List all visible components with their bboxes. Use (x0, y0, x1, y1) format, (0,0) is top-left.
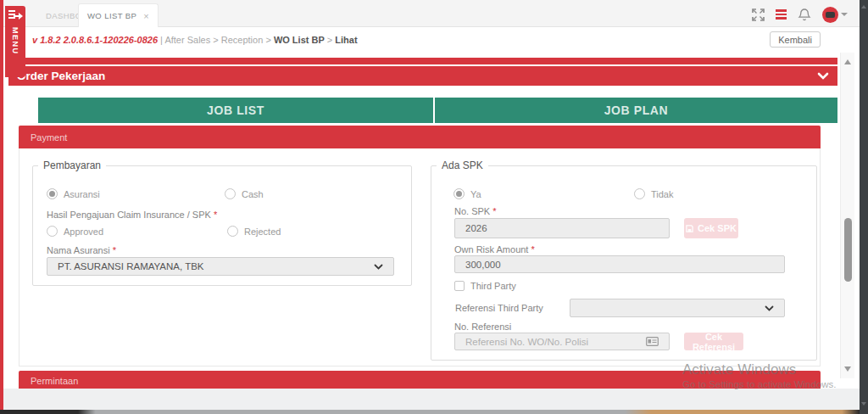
referensi-third-party-label-text: Referensi Third Party (455, 303, 543, 313)
radio-cash-icon[interactable] (225, 188, 236, 199)
radio-cash-label: Cash (242, 189, 264, 199)
no-referensi-input[interactable]: Referensi No. WO/No. Polisi (454, 333, 670, 350)
own-risk-label-text: Own Risk Amount (454, 244, 528, 255)
radio-asuransi-icon[interactable] (47, 188, 58, 199)
panel-accent-bar (8, 58, 837, 64)
page-footer-area (3, 389, 860, 410)
scroll-up-arrow-icon[interactable] (844, 59, 851, 64)
radio-cash[interactable]: Cash (225, 188, 264, 199)
breadcrumb-after-sales[interactable]: After Sales (164, 35, 210, 45)
claim-insurance-label: Hasil Pengajuan Claim Insurance / SPK * (47, 210, 217, 220)
tab-close-icon[interactable]: × (143, 11, 149, 21)
radio-tidak[interactable]: Tidak (634, 188, 674, 199)
back-button-label: Kembali (778, 35, 812, 45)
radio-ya-label: Ya (470, 189, 481, 199)
permintaan-section-header[interactable]: Permintaan (19, 371, 821, 389)
app-version: v 1.8.2 2.0.8.6.1-120226-0826 (32, 35, 158, 45)
radio-ya-icon[interactable] (453, 188, 465, 199)
left-accent-strip (0, 0, 3, 414)
chevron-down-icon (841, 13, 848, 16)
id-card-icon (646, 337, 659, 346)
radio-tidak-label: Tidak (651, 189, 674, 199)
topbar-actions (752, 7, 848, 22)
notifications-bell-icon[interactable] (798, 8, 811, 22)
save-icon (686, 225, 693, 232)
tab-job-list-label: JOB LIST (207, 104, 264, 117)
no-referensi-label: No. Referensi (454, 322, 511, 332)
breadcrumb-reception[interactable]: Reception (221, 35, 264, 45)
required-marker: * (113, 245, 116, 255)
scroll-down-arrow-icon[interactable] (844, 366, 851, 372)
window-bottom-edge (0, 410, 868, 414)
tab-job-list[interactable]: JOB LIST (38, 98, 433, 123)
radio-approved[interactable]: Approved (47, 226, 103, 237)
no-spk-label-text: No. SPK (454, 206, 490, 216)
tab-wo-list-bp[interactable]: WO LIST BP × (78, 3, 159, 27)
app-window: DASHBOARD WO LIST BP × (0, 0, 868, 414)
required-marker: * (531, 244, 534, 255)
own-risk-label: Own Risk Amount * (454, 244, 535, 255)
collapse-chevron-down-icon[interactable] (817, 72, 829, 80)
breadcrumb-lihat: Lihat (335, 35, 357, 45)
breadcrumb-sep-icon: > (327, 35, 332, 45)
radio-asuransi[interactable]: Asuransi (47, 188, 100, 199)
order-pekerjaan-header[interactable]: Order Pekerjaan (8, 66, 837, 86)
outer-scroll-up-icon (861, 5, 866, 8)
breadcrumb-wo-list-bp[interactable]: WO List BP (274, 35, 325, 45)
tab-wo-list-bp-label: WO LIST BP (87, 11, 136, 20)
required-marker: * (214, 210, 217, 220)
radio-rejected-icon[interactable] (227, 226, 238, 237)
third-party-checkbox[interactable]: Third Party (454, 281, 516, 291)
no-referensi-label-text: No. Referensi (454, 322, 511, 332)
cek-referensi-button-label: Cek Referensi (684, 332, 743, 352)
referensi-third-party-select[interactable] (570, 299, 785, 317)
breadcrumb-sep-icon: > (213, 35, 218, 45)
content-scrollbar[interactable] (840, 53, 854, 378)
payment-section-title: Payment (31, 132, 67, 143)
radio-rejected[interactable]: Rejected (227, 226, 281, 237)
window-right-edge (860, 0, 868, 414)
select-chevron-down-icon (765, 305, 774, 311)
nama-asuransi-select[interactable]: PT. ASURANSI RAMAYANA, TBK (47, 257, 394, 276)
no-spk-label: No. SPK * (454, 206, 497, 216)
user-avatar[interactable] (822, 7, 838, 23)
fieldset-ada-spk-legend: Ada SPK (437, 159, 488, 171)
fieldset-pembayaran-legend: Pembayaran (38, 159, 106, 171)
payment-section-header[interactable]: Payment (19, 126, 821, 148)
breadcrumb-sep-icon: > (265, 35, 270, 45)
permintaan-section-title: Permintaan (31, 376, 78, 386)
radio-approved-label: Approved (64, 227, 103, 237)
user-menu[interactable] (822, 7, 848, 23)
no-referensi-placeholder: Referensi No. WO/No. Polisi (465, 337, 588, 347)
claim-insurance-label-text: Hasil Pengajuan Claim Insurance / SPK (47, 210, 211, 220)
fullscreen-icon[interactable] (752, 8, 765, 21)
tab-job-plan[interactable]: JOB PLAN (435, 98, 837, 123)
outer-scroll-down-icon (861, 402, 866, 406)
menu-arrow-icon (8, 10, 22, 22)
required-marker: * (492, 206, 496, 216)
radio-ya[interactable]: Ya (453, 188, 481, 199)
cek-spk-button-label: Cek SPK (698, 223, 737, 233)
third-party-checkbox-icon[interactable] (454, 281, 465, 291)
third-party-label: Third Party (470, 281, 516, 291)
back-button[interactable]: Kembali (770, 31, 821, 48)
radio-asuransi-label: Asuransi (64, 189, 100, 199)
own-risk-input[interactable] (454, 255, 785, 273)
cek-referensi-button[interactable]: Cek Referensi (684, 333, 743, 350)
hamburger-menu-icon[interactable] (776, 9, 787, 20)
breadcrumb-divider: | (160, 35, 163, 45)
menu-label: MENU (11, 27, 19, 55)
referensi-third-party-label: Referensi Third Party (455, 303, 543, 313)
order-pekerjaan-title: Order Pekerjaan (17, 70, 105, 82)
scrollbar-thumb[interactable] (844, 218, 852, 282)
no-spk-input[interactable] (454, 218, 670, 238)
radio-approved-icon[interactable] (47, 226, 58, 237)
radio-rejected-label: Rejected (244, 227, 281, 237)
nama-asuransi-value: PT. ASURANSI RAMAYANA, TBK (58, 261, 204, 271)
sidebar-menu-toggle[interactable]: MENU (5, 6, 25, 77)
topbar: DASHBOARD WO LIST BP × (3, 0, 860, 27)
select-chevron-down-icon (374, 264, 383, 270)
nama-asuransi-label-text: Nama Asuransi (47, 245, 110, 255)
radio-tidak-icon[interactable] (634, 188, 645, 199)
cek-spk-button[interactable]: Cek SPK (684, 218, 738, 238)
